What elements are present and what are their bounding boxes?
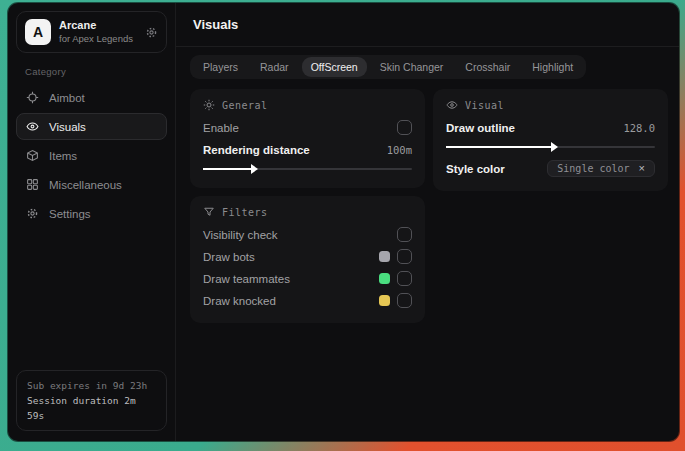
- visibility-check-label: Visibility check: [203, 229, 278, 241]
- visibility-check-checkbox[interactable]: [397, 227, 412, 242]
- sidebar-item-label: Settings: [49, 208, 91, 220]
- sun-icon: [203, 99, 215, 111]
- sidebar: A Arcane for Apex Legends Category: [8, 3, 176, 441]
- package-icon: [26, 149, 39, 162]
- sidebar-item-label: Aimbot: [49, 92, 85, 104]
- card-title: Visual: [465, 100, 504, 111]
- tab-radar[interactable]: Radar: [251, 57, 298, 77]
- tab-offscreen[interactable]: OffScreen: [302, 57, 367, 77]
- eye-icon: [446, 99, 458, 111]
- eye-icon: [26, 120, 39, 133]
- enable-row: Enable: [203, 117, 412, 138]
- app-header-card: A Arcane for Apex Legends: [16, 11, 167, 53]
- page-title: Visuals: [193, 17, 238, 32]
- enable-label: Enable: [203, 122, 239, 134]
- draw-outline-row: Draw outline 128.0: [446, 117, 655, 138]
- sidebar-item-miscellaneous[interactable]: Miscellaneous: [16, 171, 167, 198]
- sidebar-item-label: Visuals: [49, 121, 86, 133]
- sidebar-item-settings[interactable]: Settings: [16, 200, 167, 227]
- draw-bots-checkbox[interactable]: [397, 249, 412, 264]
- sidebar-item-items[interactable]: Items: [16, 142, 167, 169]
- draw-knocked-color-swatch[interactable]: [379, 295, 390, 306]
- draw-teammates-checkbox[interactable]: [397, 271, 412, 286]
- gear-icon[interactable]: [145, 26, 158, 39]
- visual-card: Visual Draw outline 128.0 Style color: [433, 89, 668, 191]
- grid-icon: [26, 178, 39, 191]
- sidebar-item-label: Miscellaneous: [49, 179, 122, 191]
- style-color-row: Style color Single color ×: [446, 158, 655, 179]
- app-name: Arcane: [59, 19, 133, 33]
- draw-knocked-label: Draw knocked: [203, 295, 276, 307]
- style-color-tag[interactable]: Single color ×: [547, 160, 655, 177]
- card-title: Filters: [222, 207, 268, 218]
- rendering-distance-slider[interactable]: [203, 163, 412, 175]
- app-logo: A: [25, 19, 51, 45]
- tab-players[interactable]: Players: [194, 57, 247, 77]
- draw-knocked-row: Draw knocked: [203, 290, 412, 311]
- sidebar-nav: Aimbot Visuals Items: [8, 84, 175, 227]
- filters-card: Filters Visibility check Draw bots: [190, 196, 425, 323]
- draw-teammates-color-swatch[interactable]: [379, 273, 390, 284]
- draw-outline-label: Draw outline: [446, 122, 515, 134]
- draw-teammates-row: Draw teammates: [203, 268, 412, 289]
- draw-outline-value: 128.0: [623, 122, 655, 134]
- funnel-icon: [203, 206, 215, 218]
- sidebar-item-label: Items: [49, 150, 77, 162]
- gear-icon: [26, 207, 39, 220]
- enable-checkbox[interactable]: [397, 120, 412, 135]
- slider-fill[interactable]: [203, 168, 251, 170]
- app-title-block: Arcane for Apex Legends: [59, 19, 133, 45]
- subscription-status-card: Sub expires in 9d 23h Session duration 2…: [16, 370, 167, 431]
- slider-fill[interactable]: [446, 146, 551, 148]
- sub-expiry-text: Sub expires in 9d 23h: [27, 378, 156, 393]
- general-card: General Enable Rendering distance 100m: [190, 89, 425, 188]
- tab-crosshair[interactable]: Crosshair: [456, 57, 519, 77]
- app-subtitle: for Apex Legends: [59, 33, 133, 45]
- tab-bar: Players Radar OffScreen Skin Changer Cro…: [190, 55, 586, 79]
- draw-teammates-label: Draw teammates: [203, 273, 290, 285]
- tab-skin-changer[interactable]: Skin Changer: [371, 57, 453, 77]
- general-card-header: General: [203, 99, 412, 111]
- rendering-distance-value: 100m: [387, 144, 412, 156]
- card-title: General: [222, 100, 268, 111]
- sidebar-item-aimbot[interactable]: Aimbot: [16, 84, 167, 111]
- main-header: Visuals: [176, 3, 679, 47]
- draw-outline-slider[interactable]: [446, 141, 655, 153]
- style-color-label: Style color: [446, 163, 505, 175]
- filters-card-header: Filters: [203, 206, 412, 218]
- session-duration-text: Session duration 2m 59s: [27, 393, 156, 423]
- style-color-tag-label: Single color: [557, 163, 629, 174]
- sidebar-item-visuals[interactable]: Visuals: [16, 113, 167, 140]
- draw-bots-color-swatch[interactable]: [379, 251, 390, 262]
- app-window: A Arcane for Apex Legends Category: [8, 3, 679, 441]
- main-panel: Visuals Players Radar OffScreen Skin Cha…: [176, 3, 679, 441]
- visibility-check-row: Visibility check: [203, 224, 412, 245]
- rendering-distance-row: Rendering distance 100m: [203, 139, 412, 160]
- draw-bots-row: Draw bots: [203, 246, 412, 267]
- close-icon[interactable]: ×: [639, 163, 645, 174]
- draw-bots-label: Draw bots: [203, 251, 255, 263]
- draw-knocked-checkbox[interactable]: [397, 293, 412, 308]
- rendering-distance-label: Rendering distance: [203, 144, 310, 156]
- category-label: Category: [25, 66, 158, 77]
- visual-card-header: Visual: [446, 99, 655, 111]
- crosshair-icon: [26, 91, 39, 104]
- tab-highlight[interactable]: Highlight: [523, 57, 582, 77]
